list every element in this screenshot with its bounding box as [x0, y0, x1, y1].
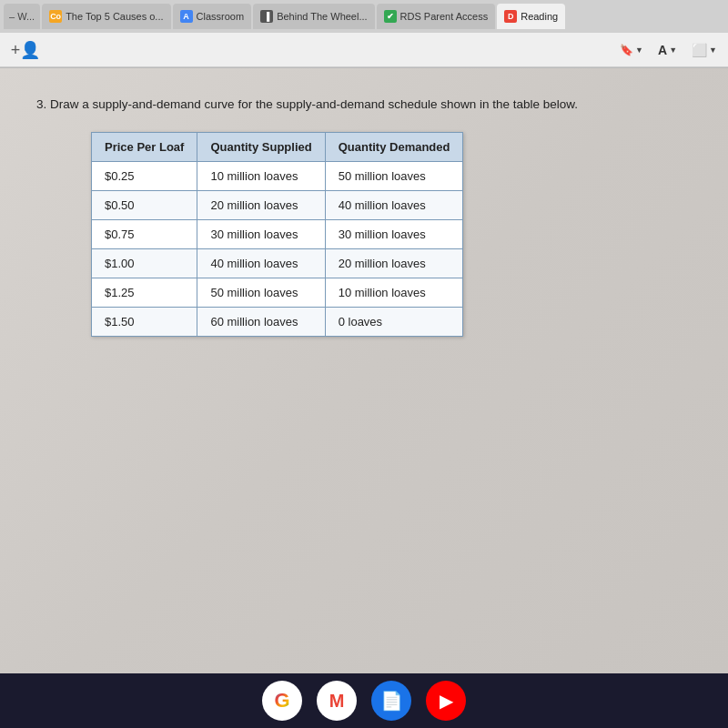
cell-r3-c2: 20 million loaves [325, 249, 463, 278]
layout-dropdown-arrow: ▼ [709, 46, 717, 55]
col-price-header: Price Per Loaf [92, 133, 197, 162]
font-size-button[interactable]: A ▼ [654, 41, 681, 59]
tab-wheel[interactable]: ▐ Behind The Wheel... [253, 4, 374, 29]
table-row: $0.5020 million loaves40 million loaves [92, 191, 463, 220]
tab-reading[interactable]: D Reading [497, 4, 565, 29]
tab-top5-label: The Top 5 Causes o... [66, 11, 163, 22]
add-person-button[interactable]: +👤 [11, 37, 40, 63]
table-row: $1.0040 million loaves20 million loaves [92, 249, 463, 278]
cell-r1-c2: 40 million loaves [325, 191, 463, 220]
cell-r4-c2: 10 million loaves [325, 278, 463, 308]
cell-r0-c2: 50 million loaves [325, 162, 463, 191]
taskbar: G M 📄 ▶ [0, 673, 728, 728]
cell-r5-c0: $1.50 [92, 308, 197, 337]
layout-button[interactable]: ⬜ ▼ [688, 41, 721, 59]
taskbar-youtube[interactable]: ▶ [426, 681, 466, 721]
toolbar-right: 🔖 ▼ A ▼ ⬜ ▼ [616, 41, 721, 59]
question-text: 3. Draw a supply-and-demand curve for th… [36, 96, 692, 114]
cell-r0-c1: 10 million loaves [197, 162, 325, 191]
tab-reading-icon: D [504, 10, 517, 23]
tab-partial[interactable]: – W... [4, 4, 40, 29]
table-row: $0.2510 million loaves50 million loaves [92, 162, 463, 191]
table-row: $1.5060 million loaves0 loaves [92, 308, 463, 337]
tab-classroom-label: Classroom [197, 11, 245, 22]
toolbar: +👤 🔖 ▼ A ▼ ⬜ ▼ [0, 33, 728, 67]
google-icon: G [274, 689, 289, 713]
tab-rds-label: RDS Parent Access [400, 11, 489, 22]
main-content: 3. Draw a supply-and-demand curve for th… [0, 68, 728, 674]
cell-r3-c1: 40 million loaves [197, 249, 325, 278]
taskbar-docs[interactable]: 📄 [371, 681, 411, 721]
font-dropdown-arrow: ▼ [669, 46, 677, 55]
tab-classroom[interactable]: A Classroom [173, 4, 252, 29]
bookmark-icon: 🔖 [620, 44, 633, 56]
cell-r1-c0: $0.50 [92, 191, 197, 220]
question-number: 3. [36, 97, 46, 111]
tab-bar: – W... Co The Top 5 Causes o... A Classr… [0, 0, 728, 33]
tab-rds-icon: ✔ [384, 10, 397, 23]
browser-chrome: – W... Co The Top 5 Causes o... A Classr… [0, 0, 728, 68]
cell-r3-c0: $1.00 [92, 249, 197, 278]
table-row: $0.7530 million loaves30 million loaves [92, 220, 463, 249]
cell-r0-c0: $0.25 [92, 162, 197, 191]
table-row: $1.2550 million loaves10 million loaves [92, 278, 463, 308]
question-description: Draw a supply-and-demand curve for the s… [50, 97, 578, 111]
tab-partial-label: – W... [9, 11, 35, 22]
tab-classroom-icon: A [180, 10, 193, 23]
tab-top5-icon: Co [49, 10, 62, 23]
tab-wheel-icon: ▐ [260, 10, 273, 23]
tab-top5[interactable]: Co The Top 5 Causes o... [42, 4, 170, 29]
col-demanded-header: Quantity Demanded [325, 133, 463, 162]
taskbar-gmail[interactable]: M [317, 681, 357, 721]
cell-r4-c1: 50 million loaves [197, 278, 325, 308]
docs-icon: 📄 [380, 690, 403, 712]
cell-r1-c1: 20 million loaves [197, 191, 325, 220]
bookmark-dropdown-arrow: ▼ [635, 46, 643, 55]
cell-r4-c0: $1.25 [92, 278, 197, 308]
tab-wheel-label: Behind The Wheel... [277, 11, 367, 22]
cell-r2-c1: 30 million loaves [197, 220, 325, 249]
cell-r2-c0: $0.75 [92, 220, 197, 249]
youtube-icon: ▶ [440, 690, 453, 712]
table-header-row: Price Per Loaf Quantity Supplied Quantit… [92, 133, 463, 162]
supply-demand-table: Price Per Loaf Quantity Supplied Quantit… [91, 132, 463, 337]
tab-rds[interactable]: ✔ RDS Parent Access [377, 4, 496, 29]
taskbar-google[interactable]: G [262, 681, 302, 721]
font-label: A [658, 43, 667, 57]
tab-reading-label: Reading [521, 11, 558, 22]
col-supplied-header: Quantity Supplied [197, 133, 325, 162]
add-person-icon: +👤 [11, 40, 41, 60]
cell-r5-c1: 60 million loaves [197, 308, 325, 337]
cell-r2-c2: 30 million loaves [325, 220, 463, 249]
gmail-icon: M [329, 691, 345, 712]
bookmark-button[interactable]: 🔖 ▼ [616, 42, 647, 58]
cell-r5-c2: 0 loaves [325, 308, 463, 337]
layout-icon: ⬜ [692, 43, 707, 57]
